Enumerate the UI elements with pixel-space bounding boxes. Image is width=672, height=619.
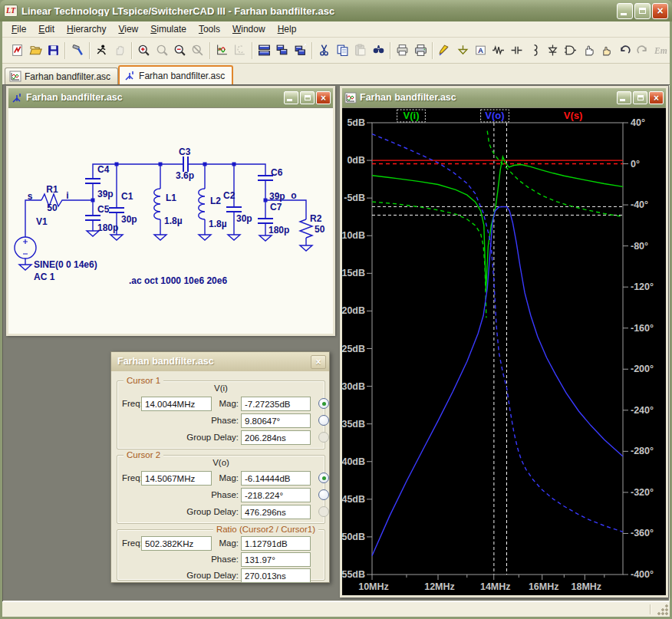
toolbar-component-button[interactable] [562,41,579,60]
cursor1-phase-field[interactable]: 9.80647° [241,413,311,428]
tab-schematic[interactable]: Farhan bandfilter.asc [118,65,233,84]
schematic-label-c5_ref: C5 [97,204,110,215]
cursor1-signal: V(i) [117,384,324,393]
toolbar-tile-vertical-button[interactable] [273,41,291,60]
minimize-button[interactable] [284,91,298,104]
menu-edit[interactable]: Edit [32,22,61,36]
svg-text:-5dB: -5dB [344,193,365,203]
menu-help[interactable]: Help [272,22,303,36]
legend-item-vs[interactable]: V(s) [564,110,583,121]
cursor-dialog-titlebar[interactable]: Farhan bandfilter.asc × [111,352,329,371]
toolbar-label-button[interactable]: A [472,41,489,60]
toolbar-cut-button[interactable] [315,41,333,60]
waveform-plot[interactable]: 5dB0dB-5dB-10dB-15dB-20dB-25dB-30dB-35dB… [342,108,666,595]
menu-simulate[interactable]: Simulate [144,22,193,36]
maximize-button[interactable] [633,91,647,104]
schematic-label-r2_ref: R2 [310,213,322,224]
toolbar-copy-button[interactable] [334,41,351,60]
toolbar-autorange-button[interactable] [213,41,231,60]
schematic-label-v1_ac: AC 1 [34,272,55,282]
schematic-label-l2_val: 1.8µ [209,219,227,229]
minimize-button[interactable] [617,3,633,19]
toolbar-find-button[interactable] [369,41,387,60]
maximize-button[interactable] [300,91,315,104]
toolbar-zoom-back-button [189,41,206,60]
cursor2-phase-radio[interactable] [318,489,329,500]
schematic-canvas[interactable]: sR150iV1SINE(0 0 14e6)AC 1C439pC5180pC13… [8,108,333,334]
svg-text:14MHz: 14MHz [480,581,511,592]
maximize-button[interactable] [634,3,651,19]
cursor2-group-delay-field[interactable]: 476.296ns [241,505,311,519]
titlebar[interactable]: LT Linear Technology LTspice/SwitcherCAD… [0,0,672,21]
close-button[interactable]: × [652,3,668,19]
menu-window[interactable]: Window [226,22,272,36]
toolbar-run-button[interactable] [93,41,110,60]
schematic-label-node_i: i [66,190,68,201]
toolbar-drag-button[interactable] [598,41,615,60]
toolbar-plot-settings-button [231,41,249,60]
toolbar-resistor-button[interactable] [489,41,507,60]
toolbar-control-panel-button[interactable] [68,41,86,60]
toolbar-new-schematic-button[interactable] [8,41,26,60]
cursor1-mag-radio[interactable] [318,398,329,409]
plot-window-titlebar[interactable]: Farhan bandfilter.asc × [342,88,666,107]
cursor2-mag-field[interactable]: -6.14444dB [241,471,311,486]
toolbar-open-button[interactable] [26,41,44,60]
legend-item-vi[interactable]: V(i) [404,110,420,121]
ratio-mag-field[interactable]: 1.12791dB [241,536,311,551]
toolbar-undo-button[interactable] [616,41,634,60]
inductor-l2 [199,189,205,219]
toolbar-separator [432,42,433,59]
toolbar-save-button[interactable] [44,41,62,60]
toolbar-move-button[interactable] [580,41,598,60]
toolbar-cascade-button[interactable] [292,41,309,60]
close-icon: × [657,5,663,16]
plot-window-title: Farhan bandfilter.asc [360,93,614,103]
resize-grip[interactable] [657,604,669,616]
toolbar-halt-button [110,41,128,60]
toolbar-paste-button [351,41,369,60]
schematic-window-titlebar[interactable]: Farhan bandfilter.asc × [8,88,333,107]
close-button[interactable]: × [316,91,331,104]
close-icon: × [315,357,321,367]
toolbar-inductor-button[interactable] [525,41,543,60]
toolbar-zoom-in-button[interactable] [135,41,153,60]
cursor1-mag-field[interactable]: -7.27235dB [241,397,311,411]
toolbar-edit-properties-button: Em [651,41,669,60]
toolbar-separator [89,42,91,59]
toolbar-wire-button[interactable] [436,41,453,60]
menu-view[interactable]: View [112,22,144,36]
mdi-area: Farhan bandfilter.asc × [2,84,670,601]
toolbar-diode-button[interactable] [544,41,562,60]
close-button[interactable]: × [311,355,326,369]
close-icon: × [321,94,326,103]
schematic-label-v1_ref: V1 [36,216,48,227]
menu-tools[interactable]: Tools [193,22,226,36]
toolbar-ground-button[interactable] [453,41,471,60]
toolbar-print-preview-button[interactable] [394,41,411,60]
tab-waveform[interactable]: Farhan bandfilter.asc [5,67,118,84]
cursor1-phase-radio[interactable] [318,415,329,426]
svg-text:-50dB: -50dB [342,532,365,542]
svg-text:-240°: -240° [631,405,654,416]
cursor1-group-delay-field[interactable]: 206.284ns [241,430,311,445]
menu-hierarchy[interactable]: Hierarchy [61,22,112,36]
minimize-button[interactable] [617,91,631,104]
waveform-tab-icon [9,71,21,83]
svg-text:40°: 40° [631,117,645,128]
maximize-icon [305,95,311,100]
svg-text:-10dB: -10dB [342,230,365,241]
toolbar-print-button[interactable] [411,41,429,60]
ratio-group-delay-field[interactable]: 270.013ns [241,568,311,583]
ratio-phase-field[interactable]: 131.97° [241,552,311,567]
toolbar-zoom-out-button[interactable] [171,41,189,60]
toolbar-redo-button [634,41,651,60]
cursor2-phase-field[interactable]: -218.224° [241,488,311,502]
cursor2-mag-radio[interactable] [318,472,329,483]
schematic-label-node_s: s [28,191,33,202]
close-button[interactable]: × [649,91,664,104]
toolbar-tile-horizontal-button[interactable] [255,41,273,60]
toolbar-capacitor-button[interactable] [508,41,525,60]
legend-item-vo[interactable]: V(o) [485,110,504,121]
menu-file[interactable]: File [5,22,32,36]
